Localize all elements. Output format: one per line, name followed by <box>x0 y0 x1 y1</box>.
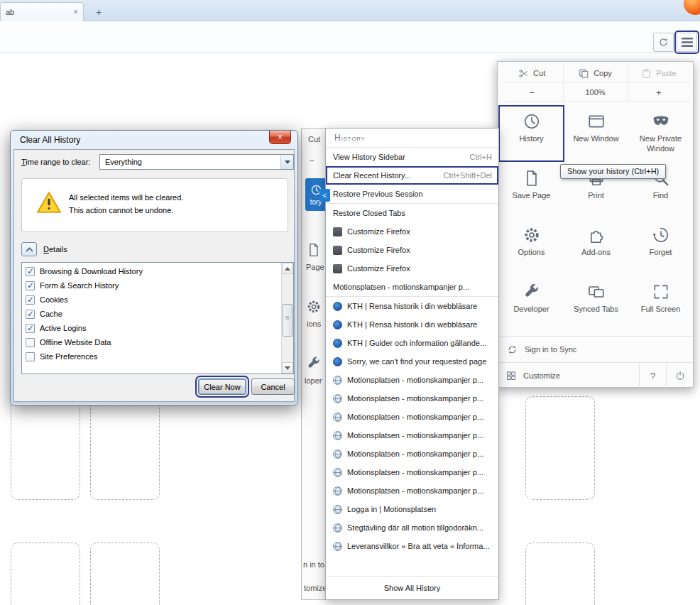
sign-in-label: Sign in to Sync <box>525 345 576 354</box>
scroll-down-icon[interactable] <box>282 362 293 374</box>
closed-tab-item[interactable]: Customize Firefox <box>326 241 498 259</box>
checkbox-checked[interactable] <box>26 281 35 290</box>
history-entry[interactable]: KTH | Rensa historik i din webbläsare <box>326 297 498 315</box>
history-entry[interactable]: KTH | Rensa historik i din webbläsare <box>326 315 498 334</box>
accesskey: D <box>43 245 49 254</box>
item-label: View History Sidebar <box>333 153 464 161</box>
list-item[interactable]: Site Preferences <box>22 349 293 364</box>
cancel-button[interactable]: Cancel <box>251 378 295 395</box>
clear-now-button[interactable]: Clear Now <box>198 378 246 395</box>
closed-tab-item[interactable]: Customize Firefox <box>326 259 498 278</box>
exit-button[interactable] <box>666 363 693 388</box>
closed-tab-item[interactable]: Motionsplatsen - motionskampanjer p... <box>326 278 498 296</box>
tab-close-icon[interactable]: × <box>73 7 78 17</box>
menu-item-history[interactable]: History <box>499 106 564 161</box>
history-entry[interactable]: KTH | Guider och information gällande... <box>326 334 498 352</box>
help-button[interactable]: ? <box>639 363 666 388</box>
reload-button[interactable] <box>653 33 674 52</box>
history-entry[interactable]: Logga in | Motionsplatsen <box>326 500 498 518</box>
item-label: Customize Firefox <box>347 227 492 236</box>
zoom-out-button[interactable]: − <box>501 83 564 102</box>
menu-item-forget[interactable]: Forget <box>628 219 693 275</box>
clock-icon <box>523 112 541 131</box>
customize-button[interactable]: Customize <box>498 363 639 388</box>
history-entry[interactable]: Motionsplatsen - motionskampanjer p... <box>326 463 498 481</box>
item-label: Offline Website Data <box>40 338 111 347</box>
gear-icon <box>523 226 541 244</box>
globe-favicon <box>333 486 342 496</box>
clear-items-list: Browsing & Download History Form & Searc… <box>21 262 294 374</box>
menu-item-label: Full Screen <box>641 305 681 315</box>
dialog-title: Clear All History <box>20 135 80 145</box>
cut-button[interactable]: Cut <box>501 64 564 82</box>
time-range-dropdown[interactable]: Everything <box>99 154 294 170</box>
sign-in-to-sync[interactable]: Sign in to Sync <box>498 336 693 362</box>
history-entry[interactable]: Motionsplatsen - motionskampanjer p... <box>326 481 498 500</box>
history-entry[interactable]: Motionsplatsen - motionskampanjer p... <box>326 445 498 463</box>
browser-tab[interactable]: ab × <box>0 2 84 21</box>
history-entry[interactable]: Motionsplatsen - motionskampanjer p... <box>326 371 498 389</box>
copy-button[interactable]: Copy <box>564 64 627 82</box>
menu-item-new-private-window[interactable]: New Private Window <box>628 106 693 161</box>
checkbox-checked[interactable] <box>26 267 35 276</box>
history-entry[interactable]: Sorry, we can't find your requested page <box>326 352 498 371</box>
clear-recent-history-item[interactable]: Clear Recent History... Ctrl+Shift+Del <box>326 166 498 185</box>
list-item[interactable]: Browsing & Download History <box>22 264 293 278</box>
menu-item-developer[interactable]: Developer <box>499 276 564 332</box>
closed-tab-item[interactable]: Customize Firefox <box>326 222 498 241</box>
view-history-sidebar-item[interactable]: View History Sidebar Ctrl+H <box>326 148 498 166</box>
list-item[interactable]: Offline Website Data <box>22 335 293 349</box>
history-entry[interactable]: Motionsplatsen - motionskampanjer p... <box>326 426 498 445</box>
menu-item-full-screen[interactable]: Full Screen <box>628 276 693 332</box>
item-label: Motionsplatsen - motionskampanjer p... <box>347 468 492 476</box>
menu-item-add-ons[interactable]: Add-ons <box>564 219 628 275</box>
checkbox-checked[interactable] <box>26 310 35 319</box>
checkbox-checked[interactable] <box>26 324 35 333</box>
restore-closed-tabs-item[interactable]: Restore Closed Tabs <box>326 204 498 222</box>
paste-label: Paste <box>656 69 676 77</box>
checkbox-unchecked[interactable] <box>26 338 35 347</box>
list-item[interactable]: Form & Search History <box>22 278 293 293</box>
globe-favicon <box>333 468 342 477</box>
show-all-history-button[interactable]: Show All History <box>326 577 498 599</box>
customize-label: Customize <box>523 371 560 380</box>
dialog-close-button[interactable]: × <box>269 131 291 144</box>
kth-favicon <box>333 302 342 311</box>
menu-item-new-window[interactable]: New Window <box>564 106 628 161</box>
warning-icon <box>36 191 62 214</box>
scrollbar[interactable] <box>281 263 293 374</box>
history-entry[interactable]: Leveransvillkor « Bra att veta « Informa… <box>326 537 498 555</box>
item-label: Customize Firefox <box>347 264 492 273</box>
zoom-in-button[interactable]: + <box>628 83 690 102</box>
customize-placeholder <box>11 396 80 500</box>
globe-favicon <box>333 505 342 514</box>
scrollbar-thumb[interactable] <box>283 304 292 337</box>
panel-back-button[interactable]: < <box>319 189 330 202</box>
item-label: Restore Closed Tabs <box>333 209 492 217</box>
checkbox-unchecked[interactable] <box>26 352 35 361</box>
details-expander: Details <box>21 242 67 256</box>
checkbox-checked[interactable] <box>26 295 35 305</box>
new-tab-button[interactable]: + <box>89 5 108 18</box>
history-entry[interactable]: Motionsplatsen - motionskampanjer p... <box>326 389 498 408</box>
restore-previous-session-item[interactable]: Restore Previous Session <box>326 185 498 203</box>
menu-item-save-page[interactable]: Save Page <box>499 163 564 218</box>
item-label: Browsing & Download History <box>40 267 143 276</box>
scroll-up-icon[interactable] <box>282 263 293 274</box>
dropdown-arrow-icon[interactable] <box>280 155 293 169</box>
app-menu-button[interactable] <box>677 33 697 52</box>
list-item[interactable]: Active Logins <box>22 321 293 335</box>
history-entry[interactable]: Stegtävling där all motion tillgodoräkn.… <box>326 518 498 537</box>
history-entry[interactable]: Motionsplatsen - motionskampanjer p... <box>326 408 498 426</box>
menu-item-label: Add-ons <box>581 248 611 258</box>
menu-item-options[interactable]: Options <box>499 219 564 275</box>
globe-favicon <box>333 394 342 403</box>
menu-item-synced-tabs[interactable]: Synced Tabs <box>564 276 628 332</box>
item-label: KTH | Guider och information gällande... <box>347 339 492 347</box>
list-item[interactable]: Cache <box>22 307 293 321</box>
collapse-button[interactable] <box>21 242 37 256</box>
paste-button[interactable]: Paste <box>628 64 690 82</box>
list-item[interactable]: Cookies <box>22 293 293 307</box>
menu-item-label: Save Page <box>513 191 551 201</box>
cut-label-fragment: Cut <box>308 135 320 143</box>
